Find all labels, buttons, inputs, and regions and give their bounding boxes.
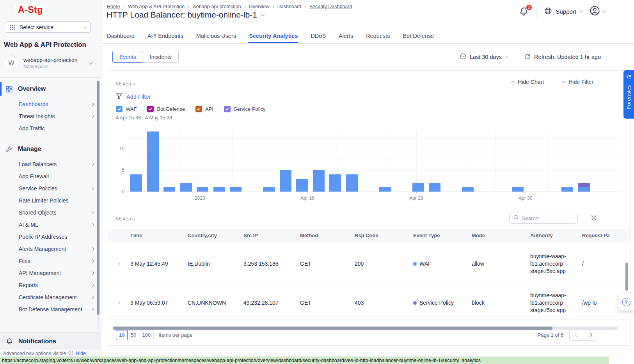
chart-bar[interactable] [296,179,308,192]
sidebar-item-bot-defense-management[interactable]: Bot Defense Management [0,303,101,315]
chevron-down-icon[interactable] [261,12,265,16]
sidebar-item-reports[interactable]: Reports [0,279,101,291]
hide-chart-button[interactable]: Hide Chart [512,79,544,85]
row-expand-button[interactable] [113,302,130,304]
sidebar-item-load-balancers[interactable]: Load Balancers [0,158,101,170]
table-horizontal-scrollbar-thumb[interactable] [113,327,552,330]
events-toggle-button[interactable]: Events [112,51,143,63]
sidebar-item-threat-insights[interactable]: Threat Insights [0,110,101,122]
chart-bar[interactable] [462,187,474,192]
chart-bar[interactable] [263,187,275,192]
chart-bar[interactable] [180,183,192,192]
sidebar-item-dashboards[interactable]: Dashboards [0,98,101,110]
tab-security-analytics[interactable]: Security Analytics [249,28,298,43]
tab-dashboard[interactable]: Dashboard [107,28,135,43]
sidebar-item-shared-objects[interactable]: Shared Objects [0,206,101,218]
chart-bar[interactable] [346,174,358,192]
table-vertical-scrollbar[interactable] [625,263,628,291]
sidebar-item-ai-ml[interactable]: AI & ML [0,218,101,231]
sidebar-item-api-management[interactable]: API Management [0,267,101,279]
chart-bar[interactable] [561,187,573,192]
column-header-request-pa[interactable]: Request Pa [582,233,628,238]
next-page-button[interactable] [583,330,597,341]
bar-segment-waf [296,179,308,192]
sidebar-item-public-ip-addresses[interactable]: Public IP Addresses [0,231,101,243]
chart-bar[interactable] [280,170,291,192]
breadcrumb-item-webapp-api-protection[interactable]: webapp-api-protection [193,4,241,9]
chart-bar[interactable] [429,183,440,192]
sidebar-item-service-policies[interactable]: Service Policies [0,182,101,194]
add-filter-button[interactable]: Add Filter [116,93,151,101]
incidents-toggle-button[interactable]: Incidents [143,51,179,63]
column-header-mode[interactable]: Mode [472,233,530,238]
account-menu[interactable] [590,5,606,18]
support-menu[interactable]: Support [544,7,582,16]
help-button[interactable]: ? [618,293,634,311]
tab-bot-defense[interactable]: Bot Defense [403,28,434,43]
page-size-100[interactable]: 100 [139,330,154,340]
sidebar-item-rate-limiter-policies[interactable]: Rate Limiter Policies [0,194,101,206]
breadcrumb-item-dashboard[interactable]: Dashboard [277,4,301,9]
hide-advanced-nav-link[interactable]: Hide [76,351,86,356]
sidebar-item-notifications[interactable]: Notifications [0,332,101,350]
breadcrumb-item-home[interactable]: Home [107,4,120,9]
page-size-50[interactable]: 50 [128,330,139,340]
chart-bar[interactable] [213,187,225,192]
filter-checkbox-api[interactable]: API [195,106,213,112]
chart-bar[interactable] [313,170,325,192]
chart-bar[interactable] [147,131,159,192]
sidebar-item-files[interactable]: Files [0,255,101,267]
chart-bar[interactable] [230,187,242,192]
column-header-src-ip[interactable]: Src IP [243,233,300,238]
chart-bar[interactable] [578,183,590,192]
breadcrumb-item-overview[interactable]: Overview [249,4,269,9]
column-header-authority[interactable]: Authority [530,233,582,238]
chart-bar[interactable] [512,187,524,192]
previous-page-button[interactable] [569,330,583,341]
chart-bar[interactable] [130,174,142,192]
sidebar-item-alerts-management[interactable]: Alerts Management [0,243,101,255]
column-header-event-type[interactable]: Event Type [413,233,472,238]
namespace-selector[interactable]: W webapp-api-protection Namespace [4,54,98,73]
filter-checkbox-service-policy[interactable]: Service Policy [224,106,266,112]
chart-bar[interactable] [412,183,424,192]
tab-malicious-users[interactable]: Malicious Users [196,28,236,43]
chart-bar[interactable] [197,187,208,192]
sidebar-item-certificate-management[interactable]: Certificate Management [0,291,101,303]
breadcrumb-separator: › [244,4,246,10]
sidebar-scrollbar-thumb[interactable] [97,81,99,315]
nav-section-overview[interactable]: Overview [0,80,101,98]
time-range-selector[interactable]: Last 30 days [460,53,508,61]
table-row[interactable]: 3 May 12:45:49IE,Dublin3.253.153.186GET2… [108,242,630,286]
notifications-bell-button[interactable]: 3 [519,7,529,17]
table-row[interactable]: 3 May 06:59:07CN,UNKNOWN49.232.28.107GET… [108,286,630,320]
page-size-10[interactable]: 10 [116,330,128,340]
column-header-country-city[interactable]: Country,city [188,233,243,238]
event-type-label: Service Policy [419,299,454,307]
chart-bar[interactable] [379,187,391,192]
nav-section-manage[interactable]: Manage [0,140,101,158]
chart-bar[interactable] [329,174,341,192]
tab-ddos[interactable]: DDoS [311,28,326,43]
breadcrumb-item-web-app-api-protection[interactable]: Web App & API Protection [128,4,185,9]
sidebar-item-app-traffic[interactable]: App Traffic [0,122,101,134]
forensics-tab[interactable]: Forensics [623,70,634,119]
tab-alerts[interactable]: Alerts [339,28,353,43]
tab-api-endpoints[interactable]: API Endpoints [147,28,183,43]
tab-requests[interactable]: Requests [366,28,390,43]
sidebar-item-app-firewall[interactable]: App Firewall [0,170,101,182]
table-settings-button[interactable] [590,214,598,222]
column-header-method[interactable]: Method [300,233,355,238]
refresh-button[interactable]: Refresh: Updated 1 hr ago [524,53,601,61]
column-header-rsp-code[interactable]: Rsp Code [355,233,413,238]
hide-filter-button[interactable]: Hide Filter [563,79,593,85]
row-expand-button[interactable] [113,263,130,265]
column-header-time[interactable]: Time [130,233,188,238]
namespace-avatar: W [4,56,19,71]
filter-checkbox-waf[interactable]: WAF [116,106,137,112]
breadcrumb-item-security-dashboard[interactable]: Security Dashboard [309,4,352,9]
chart-bar[interactable] [163,187,175,192]
search-input[interactable] [522,215,568,221]
filter-checkbox-bot-defense[interactable]: Bot Defense [147,106,185,112]
service-selector[interactable]: Select service [5,21,91,33]
